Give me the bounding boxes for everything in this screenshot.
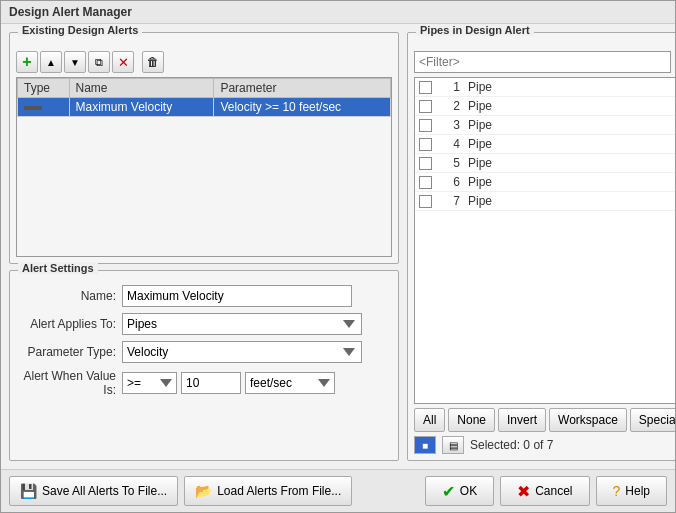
list-item[interactable]: 4 Pipe xyxy=(415,135,675,154)
filter-row: 🔍 xyxy=(414,51,675,73)
pipe-checkbox[interactable] xyxy=(419,195,432,208)
cell-type xyxy=(18,98,70,117)
when-unit-select[interactable]: feet/secm/s xyxy=(245,372,335,394)
help-button[interactable]: ? Help xyxy=(596,476,667,506)
selected-count: Selected: 0 of 7 xyxy=(470,438,553,452)
name-row: Name: xyxy=(16,285,392,307)
load-icon: 📂 xyxy=(195,483,212,499)
special-button[interactable]: Special... xyxy=(630,408,675,432)
pipe-name: Pipe xyxy=(468,194,492,208)
list-item[interactable]: 3 Pipe xyxy=(415,116,675,135)
cancel-x-icon: ✖ xyxy=(517,482,530,501)
design-alert-manager-window: Design Alert Manager Existing Design Ale… xyxy=(0,0,676,513)
copy-alert-button[interactable]: ⧉ xyxy=(88,51,110,73)
when-row: Alert When Value Is: >=<=><= feet/secm/s xyxy=(16,369,392,397)
delete-alert-button[interactable]: ✕ xyxy=(112,51,134,73)
pipe-number: 4 xyxy=(440,137,460,151)
param-label: Parameter Type: xyxy=(16,345,116,359)
param-select[interactable]: VelocityFlowPressure xyxy=(122,341,362,363)
none-button[interactable]: None xyxy=(448,408,495,432)
cell-name: Maximum Velocity xyxy=(69,98,214,117)
select-icon-btn2[interactable]: ▤ xyxy=(442,436,464,454)
alert-settings-group: Alert Settings Name: Alert Applies To: P… xyxy=(9,270,399,461)
cancel-label: Cancel xyxy=(535,484,572,498)
move-up-button[interactable]: ▲ xyxy=(40,51,62,73)
list-item[interactable]: 7 Pipe xyxy=(415,192,675,211)
all-button[interactable]: All xyxy=(414,408,445,432)
cancel-button[interactable]: ✖ Cancel xyxy=(500,476,589,506)
title-bar: Design Alert Manager xyxy=(1,1,675,24)
selected-info: ■ ▤ Selected: 0 of 7 xyxy=(414,436,675,454)
workspace-button[interactable]: Workspace xyxy=(549,408,627,432)
list-item[interactable]: 2 Pipe xyxy=(415,97,675,116)
load-label: Load Alerts From File... xyxy=(217,484,341,498)
filter-input[interactable] xyxy=(414,51,671,73)
pipe-name: Pipe xyxy=(468,175,492,189)
pipe-number: 2 xyxy=(440,99,460,113)
when-value-input[interactable] xyxy=(181,372,241,394)
col-header-name: Name xyxy=(69,79,214,98)
clear-alert-button[interactable]: 🗑 xyxy=(142,51,164,73)
applies-row: Alert Applies To: PipesJunctionsAll xyxy=(16,313,392,335)
pipes-group: Pipes in Design Alert 🔍 1 Pipe 2 Pipe 3 … xyxy=(407,32,675,461)
pipe-name: Pipe xyxy=(468,137,492,151)
alerts-table-container: Type Name Parameter Maximum Velocity Vel… xyxy=(16,77,392,257)
invert-button[interactable]: Invert xyxy=(498,408,546,432)
alert-settings-label: Alert Settings xyxy=(18,262,98,274)
ok-button[interactable]: ✔ OK xyxy=(425,476,494,506)
cell-param: Velocity >= 10 feet/sec xyxy=(214,98,391,117)
add-alert-button[interactable]: + xyxy=(16,51,38,73)
bottom-bar: 💾 Save All Alerts To File... 📂 Load Aler… xyxy=(1,469,675,512)
pipe-number: 1 xyxy=(440,80,460,94)
floppy-icon: 💾 xyxy=(20,483,37,499)
table-row[interactable]: Maximum Velocity Velocity >= 10 feet/sec xyxy=(18,98,391,117)
applies-label: Alert Applies To: xyxy=(16,317,116,331)
list-item[interactable]: 1 Pipe xyxy=(415,78,675,97)
pipe-checkbox[interactable] xyxy=(419,138,432,151)
save-label: Save All Alerts To File... xyxy=(42,484,167,498)
alerts-table: Type Name Parameter Maximum Velocity Vel… xyxy=(17,78,391,117)
when-label: Alert When Value Is: xyxy=(16,369,116,397)
help-icon: ? xyxy=(613,483,621,499)
ok-label: OK xyxy=(460,484,477,498)
pipe-checkbox[interactable] xyxy=(419,81,432,94)
pipe-number: 7 xyxy=(440,194,460,208)
list-item[interactable]: 6 Pipe xyxy=(415,173,675,192)
alerts-toolbar: + ▲ ▼ ⧉ ✕ 🗑 xyxy=(16,51,392,73)
load-alerts-button[interactable]: 📂 Load Alerts From File... xyxy=(184,476,352,506)
pipe-name: Pipe xyxy=(468,80,492,94)
pipe-number: 3 xyxy=(440,118,460,132)
window-title: Design Alert Manager xyxy=(9,5,132,19)
pipe-name: Pipe xyxy=(468,99,492,113)
col-header-type: Type xyxy=(18,79,70,98)
name-label: Name: xyxy=(16,289,116,303)
select-icon-btn1[interactable]: ■ xyxy=(414,436,436,454)
pipe-checkbox[interactable] xyxy=(419,157,432,170)
pipe-name: Pipe xyxy=(468,118,492,132)
help-label: Help xyxy=(625,484,650,498)
pipe-checkbox[interactable] xyxy=(419,119,432,132)
right-panel: Pipes in Design Alert 🔍 1 Pipe 2 Pipe 3 … xyxy=(407,32,675,461)
pipes-label: Pipes in Design Alert xyxy=(416,24,534,36)
existing-alerts-label: Existing Design Alerts xyxy=(18,24,142,36)
pipe-action-buttons: All None Invert Workspace Special... xyxy=(414,408,675,432)
list-item[interactable]: 5 Pipe xyxy=(415,154,675,173)
pipe-number: 6 xyxy=(440,175,460,189)
applies-select[interactable]: PipesJunctionsAll xyxy=(122,313,362,335)
move-down-button[interactable]: ▼ xyxy=(64,51,86,73)
pipe-checkbox[interactable] xyxy=(419,100,432,113)
pipe-name: Pipe xyxy=(468,156,492,170)
pipe-checkbox[interactable] xyxy=(419,176,432,189)
col-header-parameter: Parameter xyxy=(214,79,391,98)
when-op-select[interactable]: >=<=><= xyxy=(122,372,177,394)
ok-check-icon: ✔ xyxy=(442,482,455,501)
param-row: Parameter Type: VelocityFlowPressure xyxy=(16,341,392,363)
pipes-list: 1 Pipe 2 Pipe 3 Pipe 4 Pipe 5 Pipe 6 Pip… xyxy=(414,77,675,404)
left-panel: Existing Design Alerts + ▲ ▼ ⧉ ✕ 🗑 Type xyxy=(9,32,399,461)
when-controls: >=<=><= feet/secm/s xyxy=(122,372,335,394)
pipe-number: 5 xyxy=(440,156,460,170)
save-alerts-button[interactable]: 💾 Save All Alerts To File... xyxy=(9,476,178,506)
existing-alerts-group: Existing Design Alerts + ▲ ▼ ⧉ ✕ 🗑 Type xyxy=(9,32,399,264)
name-input[interactable] xyxy=(122,285,352,307)
